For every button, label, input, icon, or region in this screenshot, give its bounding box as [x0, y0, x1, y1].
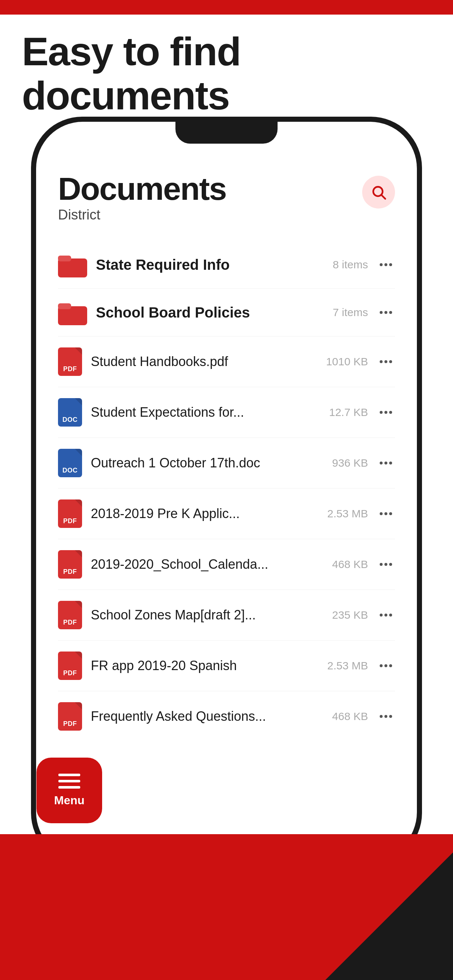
- list-item[interactable]: State Required Info 8 items: [58, 241, 395, 289]
- documents-header: Documents District: [58, 173, 395, 223]
- search-button[interactable]: [362, 176, 395, 208]
- more-button[interactable]: [377, 611, 395, 619]
- file-name: School Zones Map[draft 2]...: [91, 608, 324, 623]
- file-meta: 2.53 MB: [327, 508, 368, 520]
- more-button[interactable]: [377, 308, 395, 317]
- file-name: 2019-2020_School_Calenda...: [91, 557, 324, 572]
- file-meta: 235 KB: [332, 609, 368, 621]
- file-meta: 8 items: [333, 258, 368, 271]
- file-name: Student Expectations for...: [91, 405, 320, 420]
- folder-icon: [58, 300, 87, 325]
- phone-inner: Documents District: [36, 122, 417, 859]
- file-name: Student Handbooks.pdf: [91, 354, 317, 369]
- more-button[interactable]: [377, 408, 395, 417]
- list-item[interactable]: doc Outreach 1 October 17th.doc 936 KB: [58, 438, 395, 488]
- list-item[interactable]: pdf FR app 2019-20 Spanish 2.53 MB: [58, 641, 395, 691]
- file-meta: 468 KB: [332, 558, 368, 571]
- more-button[interactable]: [377, 509, 395, 518]
- doc-icon: doc: [58, 449, 82, 477]
- svg-rect-5: [58, 303, 71, 309]
- list-item[interactable]: pdf 2018-2019 Pre K Applic... 2.53 MB: [58, 488, 395, 539]
- menu-button[interactable]: Menu: [37, 757, 102, 823]
- list-item[interactable]: pdf Frequently Asked Questions... 468 KB: [58, 691, 395, 741]
- pdf-icon: pdf: [58, 347, 82, 376]
- file-name: Frequently Asked Questions...: [91, 709, 324, 724]
- more-button[interactable]: [377, 560, 395, 569]
- list-item[interactable]: pdf School Zones Map[draft 2]... 235 KB: [58, 590, 395, 641]
- bottom-decoration-black: [325, 853, 453, 980]
- folder-name: School Board Policies: [96, 304, 324, 321]
- pdf-icon: pdf: [58, 550, 82, 579]
- file-name: Outreach 1 October 17th.doc: [91, 455, 324, 471]
- bottom-decoration: [0, 834, 453, 980]
- more-button[interactable]: [377, 661, 395, 670]
- doc-icon: doc: [58, 398, 82, 426]
- pdf-icon: pdf: [58, 601, 82, 629]
- pdf-icon: pdf: [58, 652, 82, 680]
- file-meta: 7 items: [333, 306, 368, 319]
- file-list: State Required Info 8 items: [58, 241, 395, 741]
- file-meta: 2.53 MB: [327, 660, 368, 672]
- pdf-icon: pdf: [58, 500, 82, 528]
- file-meta: 468 KB: [332, 710, 368, 722]
- folder-icon: [58, 252, 87, 277]
- more-button[interactable]: [377, 357, 395, 366]
- menu-lines-icon: [58, 774, 80, 789]
- documents-subtitle: District: [58, 207, 226, 223]
- file-name: 2018-2019 Pre K Applic...: [91, 506, 318, 521]
- svg-rect-3: [58, 256, 71, 261]
- search-icon: [370, 184, 387, 200]
- page-heading: Easy to find documents: [22, 29, 431, 118]
- page-title: Easy to find documents: [22, 29, 431, 118]
- top-bar: [0, 0, 453, 14]
- phone-notch: [175, 122, 278, 144]
- list-item[interactable]: doc Student Expectations for... 12.7 KB: [58, 387, 395, 438]
- menu-label: Menu: [54, 794, 85, 807]
- pdf-icon: pdf: [58, 702, 82, 730]
- file-meta: 1010 KB: [326, 355, 368, 368]
- list-item[interactable]: pdf Student Handbooks.pdf 1010 KB: [58, 337, 395, 387]
- svg-line-1: [381, 195, 385, 199]
- more-button[interactable]: [377, 260, 395, 269]
- file-name: FR app 2019-20 Spanish: [91, 658, 318, 673]
- documents-title: Documents: [58, 173, 226, 205]
- list-item[interactable]: pdf 2019-2020_School_Calenda... 468 KB: [58, 539, 395, 590]
- more-button[interactable]: [377, 712, 395, 721]
- file-meta: 936 KB: [332, 457, 368, 469]
- doc-title-group: Documents District: [58, 173, 226, 223]
- list-item[interactable]: School Board Policies 7 items: [58, 289, 395, 337]
- phone-content: Documents District: [36, 154, 417, 859]
- file-meta: 12.7 KB: [329, 406, 368, 418]
- folder-name: State Required Info: [96, 257, 324, 273]
- more-button[interactable]: [377, 459, 395, 468]
- phone-frame: Documents District: [31, 117, 422, 864]
